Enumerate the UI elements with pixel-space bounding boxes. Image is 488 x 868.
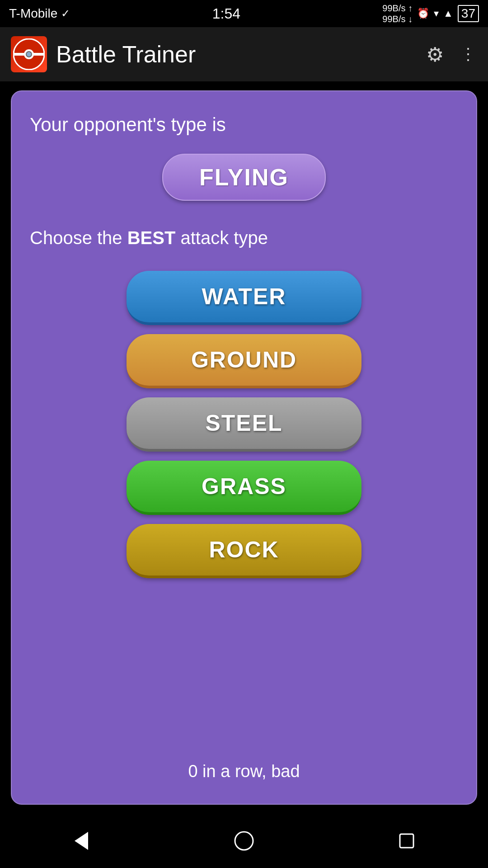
choose-label-bold: BEST (127, 228, 176, 248)
ground-button[interactable]: GROUND (127, 334, 361, 388)
carrier-info: T-Mobile ✓ (9, 6, 70, 21)
app-title: Battle Trainer (56, 41, 426, 68)
main-content: Your opponent's type is FLYING Choose th… (0, 81, 488, 814)
signal-icon: ▲ (443, 8, 453, 19)
status-bar: T-Mobile ✓ 1:54 99B/s ↑ 99B/s ↓ ⏰ ▾ ▲ 37 (0, 0, 488, 27)
app-bar-actions: ⚙ ⋮ (426, 43, 477, 66)
bottom-nav (0, 814, 488, 868)
svg-marker-4 (75, 832, 88, 850)
water-button[interactable]: WATER (127, 271, 361, 325)
more-options-button[interactable]: ⋮ (460, 45, 477, 64)
data-speed: 99B/s ↑ 99B/s ↓ (382, 3, 413, 24)
rock-button[interactable]: ROCK (127, 524, 361, 578)
choose-label-suffix: attack type (175, 228, 268, 248)
alarm-icon: ⏰ (417, 8, 429, 19)
home-button[interactable] (221, 818, 267, 863)
recent-button[interactable] (384, 818, 429, 863)
opponent-type-badge: FLYING (162, 154, 326, 201)
svg-rect-6 (400, 834, 413, 848)
score-label: 0 in a row, bad (188, 744, 300, 781)
battle-card: Your opponent's type is FLYING Choose th… (11, 90, 477, 805)
steel-button[interactable]: STEEL (127, 397, 361, 452)
settings-button[interactable]: ⚙ (426, 43, 444, 66)
back-button[interactable] (59, 818, 104, 863)
attack-buttons-container: WATER GROUND STEEL GRASS ROCK (30, 271, 458, 578)
svg-point-3 (26, 52, 32, 57)
clock: 1:54 (212, 5, 240, 22)
svg-point-5 (235, 832, 253, 850)
app-bar: Battle Trainer ⚙ ⋮ (0, 27, 488, 81)
signal-check-icon: ✓ (61, 7, 70, 20)
wifi-icon: ▾ (434, 8, 439, 19)
choose-label-prefix: Choose the (30, 228, 127, 248)
carrier-name: T-Mobile (9, 6, 57, 21)
choose-label: Choose the BEST attack type (30, 228, 268, 248)
battery-icon: 37 (458, 5, 479, 22)
grass-button[interactable]: GRASS (127, 461, 361, 515)
opponent-label: Your opponent's type is (30, 114, 226, 136)
app-icon (11, 36, 47, 72)
system-icons: 99B/s ↑ 99B/s ↓ ⏰ ▾ ▲ 37 (382, 3, 479, 24)
